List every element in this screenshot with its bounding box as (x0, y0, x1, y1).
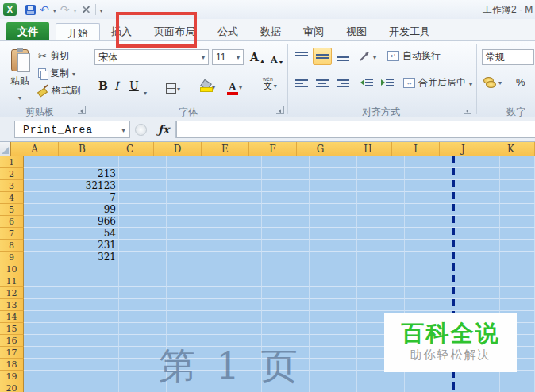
cell-F3[interactable] (262, 180, 310, 192)
alignment-dialog-launcher-icon[interactable] (464, 106, 471, 114)
cell-C14[interactable] (119, 311, 167, 323)
cell-J12[interactable] (452, 287, 500, 299)
bold-button[interactable]: B (96, 76, 110, 94)
row-header-7[interactable]: 7 (0, 228, 24, 240)
cell-D1[interactable] (167, 156, 214, 168)
italic-button[interactable]: I (112, 76, 121, 94)
cell-E6[interactable] (214, 216, 262, 228)
undo-icon[interactable]: ↶ (40, 4, 49, 15)
cell-E13[interactable] (214, 299, 262, 311)
cell-G6[interactable] (310, 216, 357, 228)
cell-D8[interactable] (167, 240, 214, 252)
cell-D2[interactable] (167, 168, 214, 180)
phonetic-button[interactable]: wén 文 (260, 75, 279, 92)
cell-D15[interactable] (167, 323, 214, 335)
align-bottom-button[interactable] (333, 48, 352, 65)
cell-I19[interactable] (405, 371, 452, 382)
borders-button[interactable] (164, 78, 183, 95)
cell-D6[interactable] (167, 216, 214, 228)
cut-button[interactable]: 剪切 (38, 48, 69, 63)
cell-G15[interactable] (310, 323, 357, 335)
cell-C6[interactable] (119, 216, 167, 228)
cell-C3[interactable] (119, 180, 167, 192)
cell-H19[interactable] (357, 371, 405, 382)
cell-J20[interactable] (452, 382, 500, 392)
tab-公式[interactable]: 公式 (206, 22, 249, 41)
column-header-B[interactable]: B (59, 142, 106, 156)
cell-F9[interactable] (262, 252, 310, 263)
cell-I5[interactable] (405, 204, 452, 216)
cell-I8[interactable] (405, 240, 452, 252)
row-header-16[interactable]: 16 (0, 335, 24, 347)
column-header-E[interactable]: E (202, 142, 249, 156)
cell-B7[interactable]: 54 (71, 228, 119, 240)
cell-G16[interactable] (310, 335, 357, 347)
cell-B2[interactable]: 213 (71, 168, 119, 180)
cell-K6[interactable] (500, 216, 535, 228)
cell-K4[interactable] (500, 192, 535, 204)
cell-J6[interactable] (452, 216, 500, 228)
row-header-13[interactable]: 13 (0, 299, 24, 311)
cell-C10[interactable] (119, 263, 167, 275)
cell-A15[interactable] (24, 323, 71, 335)
cell-B13[interactable] (71, 299, 119, 311)
font-dialog-launcher-icon[interactable] (276, 106, 284, 114)
cell-B4[interactable]: 7 (71, 192, 119, 204)
cell-C12[interactable] (119, 287, 167, 299)
cell-A10[interactable] (24, 263, 71, 275)
cell-A5[interactable] (24, 204, 71, 216)
align-middle-button[interactable] (313, 48, 332, 65)
cell-B18[interactable] (71, 359, 119, 371)
row-header-18[interactable]: 18 (0, 359, 24, 371)
cell-J11[interactable] (452, 275, 500, 287)
phonetic-dropdown-icon[interactable] (274, 79, 277, 90)
font-size-combo[interactable]: 11 (212, 49, 244, 65)
cell-C1[interactable] (119, 156, 167, 168)
shrink-font-button[interactable]: A▼ (268, 49, 286, 67)
cell-A18[interactable] (24, 359, 71, 371)
cell-G8[interactable] (310, 240, 357, 252)
cell-H10[interactable] (357, 263, 405, 275)
column-header-F[interactable]: F (249, 142, 297, 156)
cell-I12[interactable] (405, 287, 452, 299)
align-right-button[interactable] (333, 75, 352, 92)
cell-I1[interactable] (405, 156, 452, 168)
cell-H11[interactable] (357, 275, 405, 287)
row-header-5[interactable]: 5 (0, 204, 24, 216)
decrease-indent-button[interactable] (357, 75, 376, 92)
row-header-8[interactable]: 8 (0, 240, 24, 252)
tab-视图[interactable]: 视图 (335, 22, 378, 41)
tab-审阅[interactable]: 审阅 (292, 22, 335, 41)
accounting-format-button[interactable] (483, 76, 502, 87)
cell-J4[interactable] (452, 192, 500, 204)
column-header-C[interactable]: C (106, 142, 154, 156)
wrap-text-button[interactable]: ↵ 自动换行 (387, 49, 441, 63)
cell-H1[interactable] (357, 156, 405, 168)
underline-button[interactable]: U (127, 76, 141, 94)
cell-I9[interactable] (405, 252, 452, 263)
cell-B15[interactable] (71, 323, 119, 335)
cell-D13[interactable] (167, 299, 214, 311)
cell-E8[interactable] (214, 240, 262, 252)
cell-H5[interactable] (357, 204, 405, 216)
paste-button[interactable]: 粘贴 (5, 46, 35, 103)
grow-font-button[interactable]: A▲ (248, 48, 268, 65)
tab-文件[interactable]: 文件 (6, 22, 49, 41)
tools-icon[interactable] (81, 5, 91, 15)
orientation-dropdown-icon[interactable] (373, 51, 376, 62)
cell-E12[interactable] (214, 287, 262, 299)
copy-button[interactable]: 复制 (38, 65, 75, 81)
cell-F7[interactable] (262, 228, 310, 240)
cell-J5[interactable] (452, 204, 500, 216)
cell-A6[interactable] (24, 216, 71, 228)
row-header-10[interactable]: 10 (0, 263, 24, 275)
cell-H13[interactable] (357, 299, 405, 311)
cell-K12[interactable] (500, 287, 535, 299)
cell-D5[interactable] (167, 204, 214, 216)
increase-indent-button[interactable] (378, 75, 397, 92)
cell-G11[interactable] (310, 275, 357, 287)
cell-A14[interactable] (24, 311, 71, 323)
cell-K13[interactable] (500, 299, 535, 311)
cell-F8[interactable] (262, 240, 310, 252)
cell-F2[interactable] (262, 168, 310, 180)
